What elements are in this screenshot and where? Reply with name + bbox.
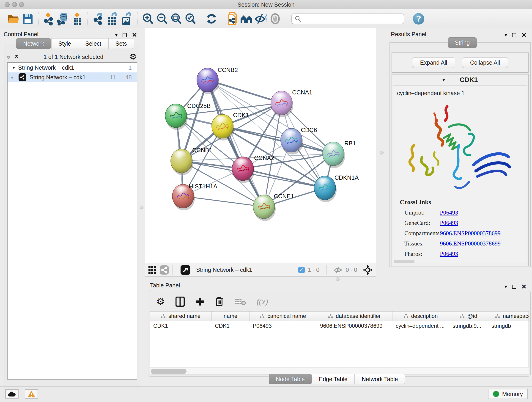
results-panel-maximize-icon[interactable] — [512, 33, 516, 37]
column-header-canonical-name[interactable]: canonical name — [249, 312, 317, 321]
string-style-icon[interactable] — [160, 265, 169, 274]
search-input[interactable] — [302, 16, 398, 22]
table-panel-float-icon[interactable]: ▾ — [505, 284, 507, 290]
network-row-selected[interactable]: ● String Network – cdk1 11 48 — [7, 72, 137, 82]
hide-graphics-details-button[interactable] — [254, 12, 268, 26]
function-builder-icon[interactable]: f(x) — [257, 297, 268, 306]
export-table-button[interactable] — [105, 12, 120, 26]
node-hist1h1a[interactable]: HIST1H1A — [172, 183, 217, 211]
home-networks-button[interactable] — [240, 12, 254, 26]
memory-button[interactable]: Memory — [488, 389, 528, 399]
node-ccne1[interactable]: CCNE1 — [253, 193, 294, 221]
crosslink-link-pharos-[interactable]: P06493 — [440, 250, 458, 257]
refresh-view-button[interactable] — [204, 12, 219, 26]
collapse-all-button[interactable]: Collapse All — [462, 57, 508, 68]
show-columns-icon[interactable] — [176, 297, 185, 307]
crosslink-link-compartments-[interactable]: 9606.ENSP00000378699 — [440, 230, 500, 237]
column-header-namespace[interactable]: namespace — [488, 312, 529, 321]
collapse-all-networks-icon[interactable]: » — [5, 56, 13, 58]
edge-hist1h1a-ccne1[interactable] — [183, 196, 264, 207]
expand-all-networks-icon[interactable]: » — [12, 56, 20, 58]
tab-style[interactable]: Style — [51, 38, 78, 49]
import-table-button[interactable] — [70, 12, 84, 26]
table-panel-close-icon[interactable]: ✕ — [521, 283, 526, 290]
help-button[interactable]: ? — [413, 13, 424, 25]
column-header-shared-name[interactable]: shared name — [150, 312, 212, 321]
node-ccnb2[interactable]: CCNB2 — [197, 66, 238, 94]
zoom-fit-button[interactable] — [169, 12, 183, 26]
export-network-button[interactable] — [91, 12, 105, 26]
tab-network-table[interactable]: Network Table — [355, 374, 405, 384]
column-header-description[interactable]: description — [393, 312, 449, 321]
cloud-status-button[interactable] — [5, 389, 19, 399]
crosslink-link-genecard-[interactable]: P06493 — [440, 220, 458, 226]
tab-string[interactable]: String — [448, 37, 477, 48]
cell-shared-name[interactable]: CDK1 — [150, 321, 212, 331]
bottom-splitter-handle[interactable] — [336, 277, 340, 281]
crosslink-link-uniprot-[interactable]: P06493 — [440, 209, 458, 216]
table-scrollbar-thumb[interactable] — [151, 369, 186, 374]
zoom-selected-button[interactable] — [183, 12, 197, 26]
control-panel-close-icon[interactable]: ✕ — [132, 32, 137, 39]
selected-count-checkbox[interactable]: ✓ — [298, 267, 305, 273]
network-collection-row[interactable]: ▾ String Network – cdk1 1 — [7, 63, 137, 72]
table-panel-maximize-icon[interactable] — [512, 285, 516, 289]
node-table[interactable]: shared namenamecanonical namedatabase id… — [150, 311, 529, 367]
cell-database-identifier[interactable]: 9606.ENSP00000378699 — [317, 321, 393, 331]
collection-expand-icon[interactable]: ▾ — [13, 65, 15, 70]
control-panel-maximize-icon[interactable] — [123, 33, 127, 37]
cell-namespace[interactable]: stringdb — [488, 321, 529, 331]
node-ccna2[interactable]: CCNA2 — [232, 154, 274, 183]
results-panel-float-icon[interactable]: ▾ — [505, 32, 507, 38]
node-cdc6[interactable]: CDC6 — [281, 127, 317, 154]
right-splitter-handle[interactable] — [380, 151, 384, 154]
cell--id[interactable]: stringdb:9... — [449, 321, 488, 331]
results-scrollbar-thumb[interactable] — [394, 260, 414, 263]
tab-sets[interactable]: Sets — [108, 38, 134, 49]
node-cdkn1a[interactable]: CDKN1A — [314, 174, 359, 202]
open-session-button[interactable] — [6, 12, 21, 26]
import-network-from-file-button[interactable] — [42, 12, 56, 26]
fit-selected-crosshair-icon[interactable] — [363, 265, 373, 275]
column-header--id[interactable]: @id — [449, 312, 488, 321]
cell-name[interactable]: CDK1 — [212, 321, 249, 331]
node-cdc25b[interactable]: CDC25B — [165, 102, 211, 130]
crosslink-row: Pharos:P06493 — [400, 250, 527, 257]
table-options-gear-icon[interactable]: ⚙ — [156, 297, 165, 306]
string-network-graph[interactable]: CCNB2CCNA1CDC25BCDK1CDC6RB1CCNB1CCNA2CDK… — [145, 28, 376, 263]
protein-collapse-icon[interactable]: ▾ — [442, 77, 445, 83]
delete-column-trash-icon[interactable] — [215, 297, 224, 307]
control-panel-float-icon[interactable]: ▾ — [115, 32, 118, 38]
column-header-database-identifier[interactable]: database identifier — [317, 312, 393, 321]
cell-canonical-name[interactable]: P06493 — [249, 321, 317, 331]
save-session-button[interactable] — [21, 12, 35, 26]
zoom-out-button[interactable] — [155, 12, 169, 26]
tab-network[interactable]: Network — [16, 38, 51, 49]
string-document-button[interactable] — [225, 12, 240, 26]
zoom-in-button[interactable] — [141, 12, 155, 26]
delete-table-icon[interactable] — [234, 298, 246, 306]
left-splitter-handle[interactable] — [140, 206, 143, 209]
export-image-button[interactable] — [120, 12, 134, 26]
results-panel-close-icon[interactable]: ✕ — [521, 32, 526, 39]
network-view-canvas[interactable]: CCNB2CCNA1CDC25BCDK1CDC6RB1CCNB1CCNA2CDK… — [145, 28, 376, 263]
tab-edge-table[interactable]: Edge Table — [312, 374, 355, 384]
global-search-box[interactable] — [291, 13, 404, 24]
node-cdk1[interactable]: CDK1 — [212, 112, 249, 140]
import-network-from-database-button[interactable] — [56, 12, 70, 26]
network-options-gear-icon[interactable]: ⚙ — [129, 53, 137, 61]
create-column-plus-icon[interactable] — [195, 297, 204, 306]
tab-select[interactable]: Select — [78, 38, 108, 49]
column-header-name[interactable]: name — [212, 312, 249, 321]
birds-eye-view-button[interactable] — [268, 12, 282, 26]
node-ccnb1[interactable]: CCNB1 — [171, 147, 212, 175]
crosslink-link-tissues-[interactable]: 9606.ENSP00000378699 — [440, 240, 500, 247]
open-in-new-window-button[interactable] — [181, 265, 190, 275]
grid-layout-icon[interactable] — [148, 266, 157, 274]
edge-ccna2-cdkn1a[interactable] — [243, 169, 325, 188]
warning-status-button[interactable] — [25, 389, 38, 399]
tab-node-table[interactable]: Node Table — [269, 374, 312, 384]
node-rb1[interactable]: RB1 — [323, 140, 356, 168]
cell-description[interactable]: cyclin–dependent ... — [393, 321, 449, 331]
expand-all-button[interactable]: Expand All — [412, 57, 455, 68]
